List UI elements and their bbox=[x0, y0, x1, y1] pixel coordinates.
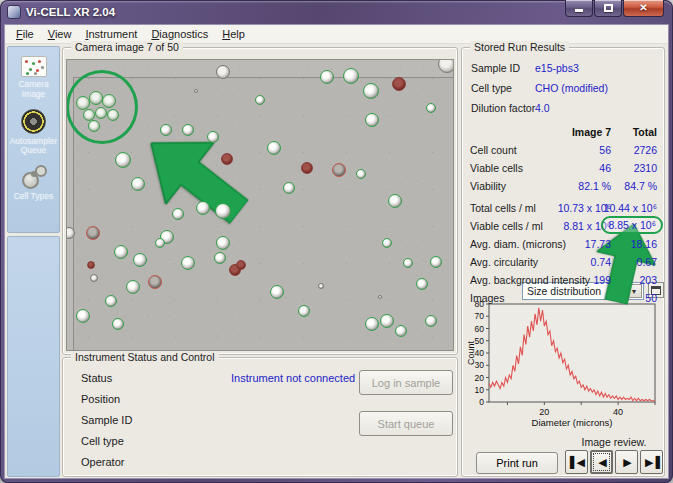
viable-cell bbox=[403, 258, 413, 268]
sidebar-item-autosampler-queue[interactable]: Autosampler Queue bbox=[8, 109, 59, 157]
total-column-value: 18.16 bbox=[631, 238, 657, 250]
total-column-value: 50 bbox=[645, 292, 657, 304]
viable-cell bbox=[298, 305, 310, 317]
log-in-sample-button[interactable]: Log in sample bbox=[359, 370, 453, 395]
viable-cell bbox=[115, 152, 131, 168]
image-column-value: 17.73 bbox=[585, 238, 611, 250]
dead-cell bbox=[392, 77, 406, 91]
x-axis-label: Diameter (microns) bbox=[532, 417, 613, 428]
viable-cell bbox=[131, 177, 145, 191]
close-icon: ✕ bbox=[639, 3, 647, 13]
viable-cell bbox=[114, 245, 128, 259]
maximize-button[interactable] bbox=[594, 0, 622, 17]
sidebar-item-label: Cell Types bbox=[14, 192, 54, 202]
camera-image[interactable] bbox=[66, 59, 454, 351]
title-bar[interactable]: Vi-CELL XR 2.04 ✕ bbox=[0, 0, 673, 24]
results-row-label: Total cells / ml bbox=[470, 202, 536, 214]
viable-cell-cluster bbox=[88, 120, 100, 132]
status-row: Operator bbox=[81, 456, 124, 468]
viable-cell bbox=[382, 238, 392, 248]
window-frame: Vi-CELL XR 2.04 ✕ FileViewInstrumentDiag… bbox=[0, 0, 673, 483]
next-image-button[interactable]: ▶ bbox=[615, 450, 638, 474]
y-axis-label: Count bbox=[466, 341, 476, 366]
start-queue-button[interactable]: Start queue bbox=[359, 411, 453, 436]
minimize-button[interactable] bbox=[565, 0, 593, 17]
image-column-value: 82.1 % bbox=[578, 180, 611, 192]
previous-image-button[interactable]: ◀ bbox=[590, 450, 613, 474]
minimize-icon bbox=[575, 9, 583, 12]
instrument-status-group: Instrument Status and Control StatusInst… bbox=[62, 357, 458, 477]
dead-cell bbox=[87, 261, 95, 269]
debris-particle bbox=[90, 274, 98, 282]
total-column-value: 2310 bbox=[634, 162, 657, 174]
results-info-row: Cell typeCHO (modified) bbox=[471, 82, 512, 94]
results-row-label: Avg. diam. (microns) bbox=[470, 238, 566, 250]
last-image-button[interactable]: ▶▐ bbox=[640, 450, 663, 474]
status-row: StatusInstrument not connected bbox=[81, 372, 112, 384]
results-table-row: Viable cells / ml8.81 x 10⁶8.85 x 10⁶ bbox=[470, 220, 657, 237]
sidebar-lower-panel bbox=[7, 236, 60, 477]
results-info-label: Cell type bbox=[471, 82, 512, 94]
size-distribution-chart: 010203040506070802040CountDiameter (micr… bbox=[466, 301, 662, 429]
sidebar-item-label: Autosampler Queue bbox=[8, 137, 59, 157]
results-table-row: Avg. background intensity199203 bbox=[470, 274, 657, 291]
results-row-label: Viable cells bbox=[470, 162, 523, 174]
results-info-row: Dilution factor4.0 bbox=[471, 102, 535, 114]
sidebar-toolbar: Camera ImageAutosampler QueueCell Types bbox=[7, 46, 60, 233]
menu-item-view[interactable]: View bbox=[41, 26, 79, 42]
first-image-button[interactable]: ▌◀ bbox=[565, 450, 588, 474]
viable-cell-cluster bbox=[107, 109, 119, 121]
total-column-value: 203 bbox=[639, 274, 657, 286]
dead-cell bbox=[301, 162, 313, 174]
status-row-label: Status bbox=[81, 372, 112, 384]
svg-text:40: 40 bbox=[613, 407, 623, 417]
camera-group-title: Camera image 7 of 50 bbox=[71, 41, 183, 53]
vi-cell-application-window: Vi-CELL XR 2.04 ✕ FileViewInstrumentDiag… bbox=[0, 0, 673, 483]
viable-cell-cluster bbox=[83, 109, 95, 121]
viable-cell-cluster bbox=[95, 107, 107, 119]
results-row-label: Viability bbox=[470, 180, 506, 192]
image-review-caption: Image review. bbox=[566, 436, 662, 448]
cell-types-icon bbox=[20, 165, 47, 189]
print-run-button[interactable]: Print run bbox=[476, 452, 558, 474]
status-row-label: Position bbox=[81, 393, 120, 405]
camera-image-icon bbox=[21, 56, 47, 77]
results-table-row: Viability82.1 %84.7 % bbox=[470, 180, 657, 197]
sidebar-item-cell-types[interactable]: Cell Types bbox=[8, 165, 59, 202]
menu-item-help[interactable]: Help bbox=[215, 26, 252, 42]
viable-cell bbox=[365, 317, 379, 331]
viable-cell bbox=[255, 95, 265, 105]
close-button[interactable]: ✕ bbox=[623, 0, 664, 17]
viable-cell bbox=[112, 318, 124, 330]
viable-cell-cluster bbox=[102, 94, 116, 108]
viable-cell bbox=[126, 280, 140, 294]
results-table-row: Images50 bbox=[470, 292, 657, 309]
total-column-value: 0.67 bbox=[637, 256, 657, 268]
dead-cell bbox=[221, 153, 233, 165]
menu-item-file[interactable]: File bbox=[9, 26, 41, 42]
results-info-value: CHO (modified) bbox=[535, 82, 608, 94]
results-info-label: Dilution factor bbox=[471, 102, 535, 114]
viable-cell bbox=[356, 169, 366, 179]
debris-particle bbox=[216, 65, 230, 79]
results-table-row: Viable cells462310 bbox=[470, 162, 657, 179]
autosampler-queue-icon bbox=[21, 109, 46, 134]
menu-item-diagnostics[interactable]: Diagnostics bbox=[144, 26, 215, 42]
menu-item-instrument[interactable]: Instrument bbox=[78, 26, 144, 42]
status-row: Cell type bbox=[81, 435, 124, 447]
chart-canvas: 010203040506070802040CountDiameter (micr… bbox=[466, 301, 662, 429]
viable-cell bbox=[214, 252, 226, 264]
viable-cell bbox=[105, 295, 117, 307]
viable-cell bbox=[215, 203, 231, 219]
results-info-label: Sample ID bbox=[471, 62, 520, 74]
status-group-title: Instrument Status and Control bbox=[71, 351, 219, 363]
debris-particle bbox=[66, 227, 75, 239]
results-row-label: Avg. background intensity bbox=[470, 274, 590, 286]
camera-image-group: Camera image 7 of 50 bbox=[62, 47, 458, 355]
image-review-nav: ▌◀◀▶▶▐ bbox=[565, 450, 663, 474]
viable-cell bbox=[430, 256, 442, 268]
results-row-label: Cell count bbox=[470, 144, 517, 156]
status-row-label: Operator bbox=[81, 456, 124, 468]
results-info-value: e15-pbs3 bbox=[535, 62, 579, 74]
sidebar-item-camera-image[interactable]: Camera Image bbox=[8, 56, 59, 100]
